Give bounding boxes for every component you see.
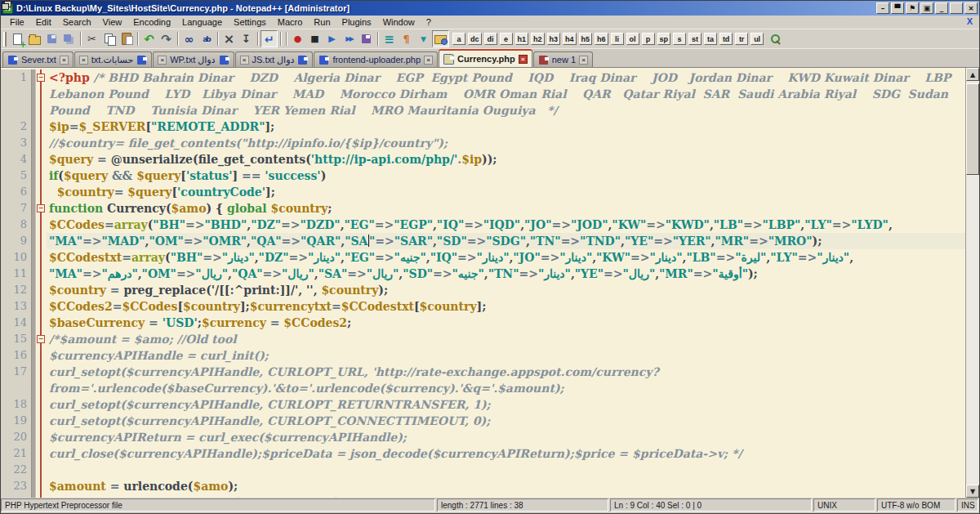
fold-margin[interactable]: − (36, 200, 47, 217)
save-button[interactable] (43, 30, 60, 47)
fold-margin[interactable] (36, 168, 47, 184)
fold-collapse-icon[interactable]: − (37, 335, 45, 343)
fold-margin[interactable] (36, 462, 47, 478)
tab-close-icon[interactable]: × (60, 56, 69, 65)
menu-item-search[interactable]: Search (57, 16, 97, 28)
scrollbar-track[interactable] (966, 81, 979, 485)
fold-margin[interactable] (36, 315, 47, 331)
toolbar-dropdown-button[interactable]: ▼ (415, 30, 432, 47)
tab-close-icon[interactable]: × (158, 56, 167, 65)
goto-line-button[interactable]: ↧ (238, 30, 255, 47)
code-text[interactable]: $country= $query['countryCode']; (47, 184, 965, 200)
tab-دوال-WP.txt[interactable]: دوال WP.txt× (153, 51, 234, 67)
fold-margin[interactable]: − (36, 331, 47, 347)
tab-close-icon[interactable]: × (424, 56, 433, 65)
tab-حسابات.txt[interactable]: حسابات.txt× (74, 51, 152, 67)
macro-save-button[interactable] (358, 30, 375, 47)
menu-item-edit[interactable]: Edit (30, 16, 57, 28)
fold-collapse-icon[interactable]: − (37, 74, 45, 82)
tag-button-p[interactable]: p (642, 33, 655, 45)
code-text[interactable]: $amount = urlencode($amo); (47, 478, 965, 494)
fold-margin[interactable] (36, 494, 47, 498)
replace-button[interactable]: ab (198, 30, 215, 47)
fold-margin[interactable] (36, 445, 47, 462)
word-wrap-button[interactable]: ↵ (261, 30, 278, 47)
menu-item-view[interactable]: View (97, 16, 128, 28)
fold-margin[interactable] (36, 396, 47, 413)
fold-margin[interactable] (36, 217, 47, 233)
toolbar-grip[interactable] (3, 32, 7, 47)
fold-margin[interactable]: − (36, 69, 47, 118)
code-text[interactable]: "MA"=>"MAD","OM"=>"OMR","QA"=>"QAR","SA"… (47, 233, 965, 249)
tag-button-h3[interactable]: h3 (547, 33, 561, 45)
show-all-characters-button[interactable]: ¶ (398, 30, 415, 47)
tag-button-tr[interactable]: tr (735, 33, 748, 45)
tag-button-li[interactable]: li (611, 33, 624, 45)
zoom-plugin-button[interactable] (766, 30, 783, 47)
fold-margin[interactable] (36, 249, 47, 266)
menubar-close-button[interactable]: X (967, 16, 973, 26)
fold-margin[interactable] (36, 478, 47, 494)
code-text[interactable]: $currencyAPIHandle = curl_init(); (47, 347, 965, 364)
menu-item-macro[interactable]: Macro (272, 16, 309, 28)
fold-margin[interactable] (36, 266, 47, 282)
tag-button-st[interactable]: st (688, 33, 702, 45)
code-text[interactable]: //$country= file_get_contents("http://ip… (47, 135, 965, 151)
tab-close-icon[interactable]: × (579, 56, 588, 65)
code-text[interactable]: $CCodestxt=array("BH"=>"دينار","DZ"=>"دي… (47, 249, 965, 266)
minimize-button[interactable]: _ (935, 2, 948, 14)
macro-run-multiple-button[interactable]: ▶▶ (341, 30, 358, 47)
code-text[interactable]: curl_setopt($currencyAPIHandle, CURLOPT_… (47, 396, 965, 413)
tag-button-ta[interactable]: ta (704, 33, 717, 45)
fold-margin[interactable] (36, 429, 47, 445)
code-text[interactable]: $ip=$_SERVER["REMOTE_ADDR"]; (47, 118, 965, 135)
fold-margin[interactable] (36, 364, 47, 396)
tag-button-h6[interactable]: h6 (595, 33, 608, 45)
scrollbar-thumb[interactable] (966, 83, 979, 175)
code-text[interactable]: $CCodes=array("BH"=>"BHD","DZ"=>"DZD","E… (47, 217, 965, 233)
code-text[interactable]: "MA"=>"درهم","OM"=>"ريال","QA"=>"ريال","… (47, 266, 965, 282)
menu-item-settings[interactable]: Settings (228, 16, 272, 28)
cut-button[interactable]: ✂ (83, 30, 100, 47)
menu-item-file[interactable]: File (4, 16, 30, 28)
paste-button[interactable] (118, 30, 135, 47)
fold-margin[interactable] (36, 233, 47, 249)
menu-item-plugins[interactable]: Plugins (336, 16, 377, 28)
code-text[interactable] (47, 462, 965, 478)
code-text[interactable]: <?php /* BHD Bahrain Dinar DZD Algeria D… (47, 69, 965, 118)
restore-button[interactable] (950, 2, 963, 14)
scroll-up-button[interactable]: ▲ (966, 68, 979, 81)
tag-button-h2[interactable]: h2 (531, 33, 545, 45)
redo-button[interactable]: ↷ (158, 30, 175, 47)
macro-record-button[interactable]: ● (289, 30, 306, 47)
fold-margin[interactable] (36, 151, 47, 168)
code-text[interactable]: $CCodes2=$CCodes[$country];$currencytxt=… (47, 298, 965, 315)
copy-button[interactable] (100, 30, 118, 47)
macro-stop-button[interactable]: ■ (306, 30, 323, 47)
tag-button-dc[interactable]: dc (468, 33, 482, 45)
code-text[interactable]: if($query && $query['status'] == 'succes… (47, 168, 965, 184)
fold-collapse-icon[interactable]: − (37, 204, 45, 212)
tab-close-icon[interactable]: × (519, 55, 528, 64)
tab-close-icon[interactable]: × (240, 56, 249, 65)
menu-item-encoding[interactable]: Encoding (127, 16, 176, 28)
tab-close-icon[interactable]: × (79, 56, 88, 65)
roll-up-button[interactable]: ▀ (891, 2, 904, 14)
menu-item-run[interactable]: Run (308, 16, 336, 28)
menu-item-?[interactable]: ? (421, 16, 437, 28)
tray-minimize-button[interactable]: – (876, 2, 889, 14)
fold-margin[interactable] (36, 135, 47, 151)
open-file-button[interactable] (26, 30, 43, 47)
tab-new-1[interactable]: new 1× (533, 51, 593, 67)
code-text[interactable]: function Currency($amo) { global $countr… (47, 200, 965, 217)
tag-button-ul[interactable]: ul (751, 33, 764, 45)
code-editor[interactable]: 1−<?php /* BHD Bahrain Dinar DZD Algeria… (1, 68, 965, 498)
fold-margin[interactable] (36, 413, 47, 429)
tab-Currency.php[interactable]: Currency.php× (439, 49, 532, 67)
tab-Sever.txt[interactable]: Sever.txt× (2, 51, 74, 67)
x-tool-button[interactable]: × (220, 30, 238, 47)
fold-margin[interactable] (36, 347, 47, 364)
pin-on-top-button[interactable]: ⚑ (906, 2, 919, 14)
tag-button-ol[interactable]: ol (626, 33, 639, 45)
code-text[interactable]: $country = preg_replace('/[[:^print:]]/'… (47, 282, 965, 298)
